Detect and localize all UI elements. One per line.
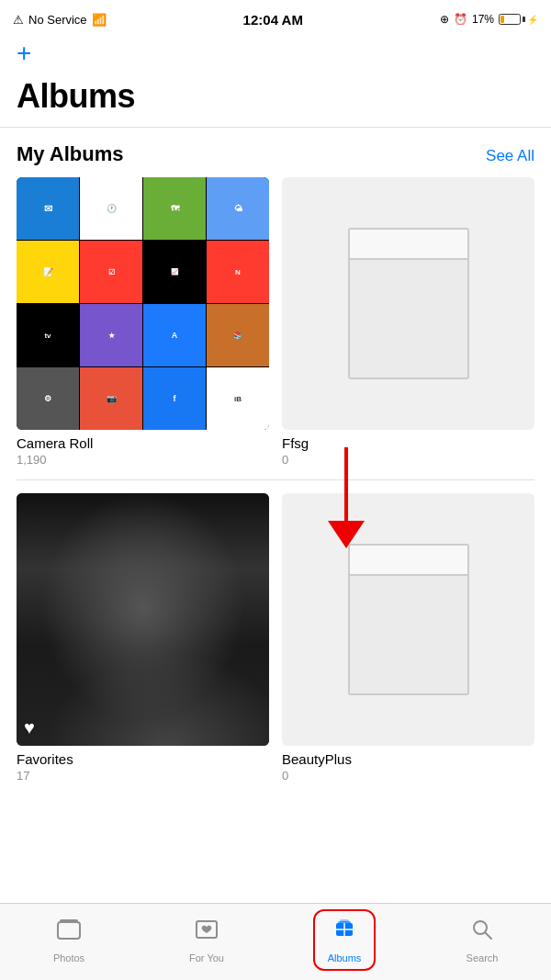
no-service-label: No Service — [28, 13, 87, 27]
toolbar: + — [0, 37, 551, 73]
app-clock: 🕐 — [80, 177, 142, 240]
ffsg-name: Ffsg — [282, 435, 534, 451]
my-albums-title: My Albums — [17, 142, 124, 166]
battery-body — [499, 14, 521, 25]
svg-line-11 — [486, 933, 492, 940]
app-mail: ✉ — [17, 177, 79, 240]
app-weather: 🌤 — [207, 177, 269, 240]
page-title: Albums — [0, 73, 551, 127]
for-you-label: For You — [189, 952, 224, 963]
albums-label: Albums — [328, 952, 362, 963]
beautyplus-count: 0 — [282, 769, 534, 783]
time-display: 12:04 AM — [243, 12, 303, 28]
screen-rotate-icon: ⊕ — [440, 13, 449, 26]
app-ibis: iB — [207, 367, 269, 430]
app-tv: tv — [17, 304, 79, 366]
placeholder-stack-2 — [332, 544, 484, 695]
status-left: ⚠ No Service 📶 — [13, 13, 107, 27]
albums-row-1: ✉ 🕐 🗺 🌤 📝 ☑ 📈 N tv ★ A 📚 ⚙ 📷 — [0, 177, 551, 467]
placeholder-stack — [332, 228, 484, 379]
tab-for-you[interactable]: For You — [179, 913, 234, 967]
beautyplus-empty — [282, 493, 534, 746]
heart-badge: ♥ — [24, 717, 35, 738]
search-icon — [469, 917, 495, 949]
album-beautyplus[interactable]: BeautyPlus 0 — [282, 493, 534, 783]
favorites-thumb: ♥ — [17, 493, 269, 746]
alarm-icon: ⏰ — [454, 13, 467, 26]
app-reminders: ☑ — [80, 241, 142, 303]
app-instagram: 📷 — [80, 367, 142, 430]
tab-photos[interactable]: Photos — [41, 913, 96, 967]
warning-icon: ⚠ — [13, 13, 24, 27]
svg-rect-3 — [60, 919, 78, 922]
camera-roll-name: Camera Roll — [17, 435, 269, 451]
content-area: My Albums See All ✉ 🕐 🗺 🌤 📝 ☑ 📈 N — [0, 128, 551, 865]
album-camera-roll[interactable]: ✉ 🕐 🗺 🌤 📝 ☑ 📈 N tv ★ A 📚 ⚙ 📷 — [17, 177, 269, 467]
battery-tip — [523, 17, 525, 22]
status-right: ⊕ ⏰ 17% ⚡ — [440, 13, 538, 26]
search-label: Search — [467, 952, 499, 963]
battery-indicator: ⚡ — [499, 14, 538, 25]
albums-icon — [332, 917, 357, 949]
status-bar: ⚠ No Service 📶 12:04 AM ⊕ ⏰ 17% ⚡ — [0, 0, 551, 37]
album-ffsg[interactable]: Ffsg 0 — [282, 177, 534, 467]
app-facebook: f — [143, 367, 206, 430]
placeholder-front — [348, 258, 469, 379]
for-you-icon — [194, 917, 219, 949]
svg-rect-7 — [340, 919, 349, 922]
row-separator-1 — [17, 479, 534, 480]
tab-albums[interactable]: Albums — [317, 913, 372, 967]
camera-roll-screenshot: ✉ 🕐 🗺 🌤 📝 ☑ 📈 N tv ★ A 📚 ⚙ 📷 — [17, 177, 269, 430]
ffsg-count: 0 — [282, 453, 534, 467]
tab-bar: Photos For You Albums — [0, 903, 551, 980]
my-albums-header: My Albums See All — [0, 128, 551, 177]
ffsg-thumb — [282, 177, 534, 430]
ffsg-empty — [282, 177, 534, 430]
selfie-silhouette — [17, 493, 269, 746]
see-all-button[interactable]: See All — [486, 147, 534, 165]
favorites-count: 17 — [17, 769, 269, 783]
app-settings: ⚙ — [17, 367, 79, 430]
app-notes: 📝 — [17, 241, 79, 303]
placeholder-front-2 — [348, 574, 469, 695]
albums-row-2: ♥ Favorites 17 — [0, 493, 551, 783]
favorites-name: Favorites — [17, 751, 269, 767]
battery-percent: 17% — [472, 13, 494, 26]
album-favorites[interactable]: ♥ Favorites 17 — [17, 493, 269, 783]
svg-rect-2 — [58, 922, 80, 939]
add-button[interactable]: + — [17, 40, 31, 66]
favorites-photo — [17, 493, 269, 746]
app-itunes: ★ — [80, 304, 142, 366]
app-appstore: A — [143, 304, 206, 366]
app-maps: 🗺 — [143, 177, 206, 240]
app-books: 📚 — [207, 304, 269, 366]
tab-search[interactable]: Search — [455, 913, 510, 967]
battery-fill — [500, 16, 504, 23]
app-stocks: 📈 — [143, 241, 206, 303]
charging-icon: ⚡ — [527, 15, 538, 25]
beautyplus-name: BeautyPlus — [282, 751, 534, 767]
wifi-icon: 📶 — [92, 13, 107, 27]
camera-roll-thumb: ✉ 🕐 🗺 🌤 📝 ☑ 📈 N tv ★ A 📚 ⚙ 📷 — [17, 177, 269, 430]
app-news: N — [207, 241, 269, 303]
photos-label: Photos — [53, 952, 84, 963]
photos-icon — [56, 917, 82, 949]
beautyplus-thumb — [282, 493, 534, 746]
camera-roll-count: 1,190 — [17, 453, 269, 467]
